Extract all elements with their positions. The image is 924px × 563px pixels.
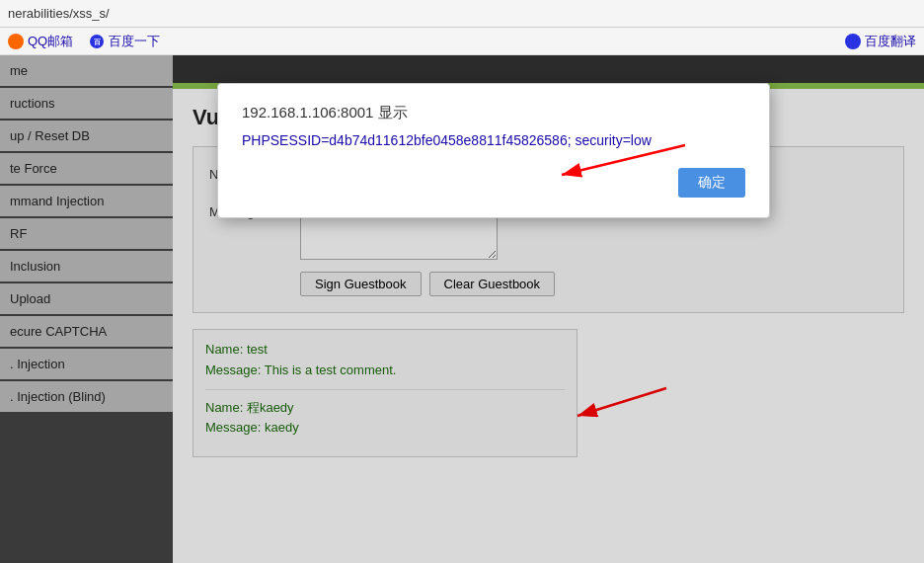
bookmark-baidu[interactable]: 百 百度一下 (89, 33, 160, 50)
browser-url-bar: nerabilities/xss_s/ (0, 0, 924, 28)
bookmark-baidu-translate[interactable]: 百度翻译 (845, 33, 916, 50)
alert-dialog: 192.168.1.106:8001 显示 PHPSESSID=d4b74d11… (217, 83, 770, 218)
baidu-icon: 百 (89, 34, 105, 49)
baidu-translate-icon (845, 34, 861, 49)
qq-icon (8, 34, 24, 49)
red-arrow-dialog-icon (532, 135, 690, 195)
page-content: me ructions up / Reset DB te Force mmand… (0, 55, 924, 563)
bookmarks-bar: QQ邮箱 百 百度一下 百度翻译 (0, 28, 924, 55)
dialog-overlay: 192.168.1.106:8001 显示 PHPSESSID=d4b74d11… (0, 55, 924, 563)
bookmark-baidu-label: 百度一下 (109, 33, 160, 50)
bookmark-qq-label: QQ邮箱 (28, 33, 73, 50)
bookmark-translate-label: 百度翻译 (865, 33, 916, 50)
bookmark-qq-mail[interactable]: QQ邮箱 (8, 33, 73, 50)
svg-line-5 (562, 145, 685, 175)
dialog-title: 192.168.1.106:8001 显示 (242, 104, 745, 122)
url-text: nerabilities/xss_s/ (8, 6, 110, 21)
svg-text:百: 百 (94, 39, 102, 45)
